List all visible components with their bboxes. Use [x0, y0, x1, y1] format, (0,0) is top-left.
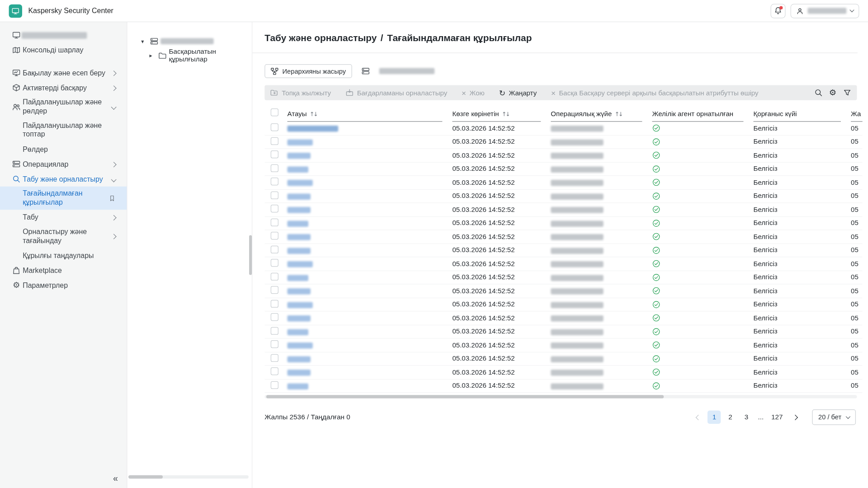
device-name-redacted[interactable] [288, 234, 311, 240]
page-button-127[interactable]: 127 [769, 411, 786, 424]
sidebar-item-console-nav[interactable]: Консольді шарлау [0, 42, 127, 57]
delete-button[interactable]: × Жою [462, 89, 485, 97]
row-checkbox[interactable] [271, 191, 278, 199]
sidebar-item-unassigned-devices[interactable]: Тағайындалмаған құрылғылар [0, 187, 127, 210]
row-checkbox[interactable] [271, 123, 278, 131]
notifications-button[interactable] [770, 4, 785, 18]
device-name-redacted[interactable] [288, 329, 309, 335]
device-name-redacted[interactable] [288, 139, 313, 145]
device-name-redacted[interactable] [288, 166, 309, 172]
row-checkbox[interactable] [271, 232, 278, 239]
row-checkbox[interactable] [271, 381, 278, 389]
sidebar-item-users-groups[interactable]: Пайдаланушылар және топтар [0, 118, 127, 141]
table-row[interactable]: 05.03.2026 14:52:52 Белгісіз 05 [264, 271, 862, 284]
tree-node-managed-devices[interactable]: ▸ Басқарылатын құрылғылар [127, 48, 252, 63]
sidebar-item-discovery-deployment[interactable]: Табу және орналастыру [0, 172, 127, 187]
sort-icon[interactable]: ↑↓ [310, 111, 317, 117]
device-name-redacted[interactable] [288, 370, 311, 375]
sort-icon[interactable]: ↑↓ [614, 111, 622, 117]
device-name-redacted[interactable] [288, 248, 311, 253]
device-name-redacted[interactable] [288, 193, 311, 199]
table-row[interactable]: 05.03.2026 14:52:52 Белгісіз 05 [264, 230, 862, 244]
scrollbar-thumb[interactable] [266, 395, 664, 398]
table-row[interactable]: 05.03.2026 14:52:52 Белгісіз 05 [264, 257, 862, 271]
table-row[interactable]: 05.03.2026 14:52:52 Белгісіз 05 [264, 216, 862, 230]
row-checkbox[interactable] [271, 245, 278, 253]
table-row[interactable]: 05.03.2026 14:52:52 Белгісіз 05 [264, 311, 862, 325]
search-button[interactable] [814, 89, 822, 97]
device-name-redacted[interactable] [288, 315, 311, 321]
deploy-application-button[interactable]: Бағдарламаны орналастыру [345, 89, 447, 97]
row-checkbox[interactable] [271, 313, 278, 321]
table-row[interactable]: 05.03.2026 14:52:52 Белгісіз 05 [264, 298, 862, 311]
page-size-select[interactable]: 20 / бет [812, 409, 856, 425]
sidebar-item-settings[interactable]: ⚙ Параметрлер [0, 278, 127, 293]
sidebar-item-users-roles[interactable]: Пайдаланушылар және рөлдер [0, 95, 127, 118]
table-row[interactable]: 05.03.2026 14:52:52 Белгісіз 05 [264, 162, 862, 176]
sidebar-item-assets[interactable]: Активтерді басқару [0, 80, 127, 95]
table-settings-button[interactable]: ⚙ [829, 89, 836, 97]
sidebar-item-device-selections[interactable]: Құрылғы таңдаулары [0, 248, 127, 263]
table-row[interactable]: 05.03.2026 14:52:52 Белгісіз 05 [264, 135, 862, 149]
caret-right-icon[interactable]: ▸ [150, 52, 157, 58]
sidebar-item-monitoring[interactable]: Бақылау және есеп беру [0, 65, 127, 80]
column-header-last[interactable]: Жа [851, 110, 863, 122]
table-row[interactable]: 05.03.2026 14:52:52 Белгісіз 05 [264, 122, 862, 135]
sidebar-item-marketplace[interactable]: Marketplace [0, 263, 127, 278]
device-name-redacted[interactable] [288, 126, 339, 131]
table-row[interactable]: 05.03.2026 14:52:52 Белгісіз 05 [264, 284, 862, 298]
page-button-3[interactable]: 3 [740, 411, 753, 424]
table-row[interactable]: 05.03.2026 14:52:52 Белгісіз 05 [264, 176, 862, 189]
device-name-redacted[interactable] [288, 302, 313, 308]
sidebar-item-discovery[interactable]: Табу [0, 210, 127, 225]
filter-button[interactable] [843, 89, 851, 97]
row-checkbox[interactable] [271, 354, 278, 361]
sort-icon[interactable]: ↑↓ [502, 111, 509, 117]
row-checkbox[interactable] [271, 367, 278, 375]
tree-node-server[interactable]: ▾ [127, 34, 252, 48]
device-name-redacted[interactable] [288, 221, 309, 226]
row-checkbox[interactable] [271, 178, 278, 185]
device-name-redacted[interactable] [288, 275, 309, 281]
page-button-2[interactable]: 2 [724, 411, 737, 424]
device-name-redacted[interactable] [288, 343, 313, 348]
row-checkbox[interactable] [271, 137, 278, 145]
sidebar-item-roles[interactable]: Рөлдер [0, 141, 127, 156]
hide-hierarchy-button[interactable]: Иерархияны жасыру [264, 64, 352, 78]
page-button-1[interactable]: 1 [708, 411, 721, 424]
table-row[interactable]: 05.03.2026 14:52:52 Белгісіз 05 [264, 189, 862, 203]
row-checkbox[interactable] [271, 327, 278, 334]
table-row[interactable]: 05.03.2026 14:52:52 Белгісіз 05 [264, 366, 862, 379]
row-checkbox[interactable] [271, 340, 278, 348]
select-all-checkbox[interactable] [271, 108, 278, 116]
column-header-os[interactable]: Операциялық жүйе↑↓ [551, 110, 652, 122]
column-header-agent[interactable]: Желілік агент орнатылған [652, 110, 753, 122]
sidebar-item-deployment-assignment[interactable]: Орналастыру және тағайындау [0, 225, 127, 248]
device-name-redacted[interactable] [288, 180, 313, 186]
clear-managed-attribute-button[interactable]: × Басқа Басқару сервері арқылы басқарыла… [551, 89, 759, 97]
device-name-redacted[interactable] [288, 383, 309, 389]
prev-page-button[interactable] [692, 411, 705, 424]
row-checkbox[interactable] [271, 300, 278, 307]
row-checkbox[interactable] [271, 150, 278, 158]
table-row[interactable]: 05.03.2026 14:52:52 Белгісіз 05 [264, 325, 862, 338]
caret-down-icon[interactable]: ▾ [141, 38, 149, 44]
column-header-protection[interactable]: Қорғаныс күйі [754, 110, 851, 122]
device-name-redacted[interactable] [288, 207, 311, 213]
scrollbar-thumb[interactable] [128, 475, 163, 479]
breadcrumb-parent[interactable]: Табу және орналастыру [264, 33, 377, 43]
move-to-group-button[interactable]: Топқа жылжыту [270, 89, 331, 97]
refresh-button[interactable]: ↻ Жаңарту [499, 89, 537, 97]
row-checkbox[interactable] [271, 259, 278, 267]
table-row[interactable]: 05.03.2026 14:52:52 Белгісіз 05 [264, 338, 862, 352]
row-checkbox[interactable] [271, 164, 278, 172]
table-row[interactable]: 05.03.2026 14:52:52 Белгісіз 05 [264, 244, 862, 257]
next-page-button[interactable] [788, 411, 802, 424]
row-checkbox[interactable] [271, 286, 278, 294]
table-row[interactable]: 05.03.2026 14:52:52 Белгісіз 05 [264, 352, 862, 366]
sidebar-collapse-button[interactable]: « [113, 474, 118, 483]
column-header-visible[interactable]: Көзге көрінетін↑↓ [452, 110, 551, 122]
table-row[interactable]: 05.03.2026 14:52:52 Белгісіз 05 [264, 379, 862, 393]
device-name-redacted[interactable] [288, 356, 311, 362]
row-checkbox[interactable] [271, 218, 278, 226]
